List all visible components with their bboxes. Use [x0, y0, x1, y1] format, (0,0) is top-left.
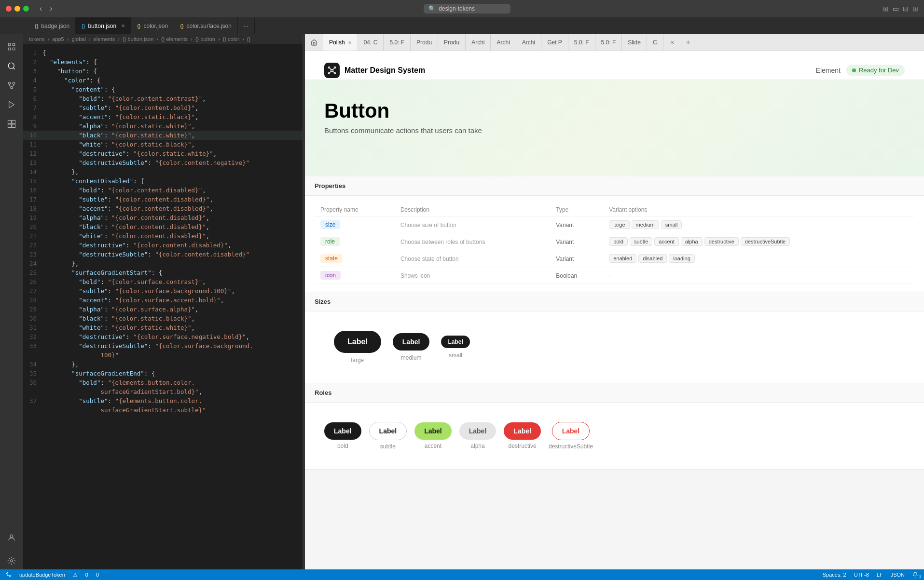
- tab-color-json[interactable]: {} color.json: [131, 17, 174, 34]
- col-type: Type: [550, 203, 603, 216]
- preview-home-icon[interactable]: [305, 34, 323, 51]
- prop-icon-desc: Shows icon: [400, 272, 430, 279]
- button-medium[interactable]: Label: [393, 333, 430, 351]
- source-control-icon: [6, 572, 12, 578]
- spaces-indicator[interactable]: Spaces: 2: [823, 572, 846, 578]
- tab-color-surface-json[interactable]: {} color.surface.json: [174, 17, 238, 34]
- code-line: 2 "elements": {: [23, 57, 303, 67]
- preview-tab-archi2[interactable]: Archi: [491, 34, 516, 51]
- line-ending-indicator[interactable]: LF: [877, 572, 883, 578]
- branch-name[interactable]: updateBadgeToken: [19, 572, 65, 578]
- svg-point-23: [10, 576, 11, 577]
- main-layout: 1 tokens › app5 › global › elements › {}…: [0, 34, 924, 569]
- sidebar-source-control[interactable]: [3, 77, 20, 94]
- code-editor[interactable]: 1{ 2 "elements": { 3 "button": { 4 "colo…: [23, 44, 303, 569]
- encoding-indicator[interactable]: UTF-8: [854, 572, 869, 578]
- language-indicator[interactable]: JSON: [891, 572, 905, 578]
- properties-section-header: Properties: [305, 176, 924, 196]
- fullscreen-button[interactable]: [23, 6, 29, 12]
- preview-tab-getp[interactable]: Get P: [541, 34, 568, 51]
- sidebar-search[interactable]: [3, 57, 20, 75]
- prop-icon-badge: icon: [320, 271, 341, 280]
- code-line: 21 "white": "{color.content.disabled}",: [23, 231, 303, 241]
- sidebar-run[interactable]: [3, 96, 20, 113]
- preview-tab-50f1[interactable]: 5.0: F: [384, 34, 411, 51]
- button-subtle[interactable]: Label: [369, 422, 407, 440]
- preview-panel: Polish ✕ 04. C 5.0: F Produ Produ Archi …: [305, 34, 924, 569]
- preview-tab-polish[interactable]: Polish ✕: [323, 34, 358, 51]
- hero-section: Button Buttons communicate actions that …: [305, 80, 924, 176]
- layout-icon-4[interactable]: ⊞: [912, 5, 918, 13]
- button-large[interactable]: Label: [334, 331, 381, 353]
- minimize-button[interactable]: [14, 6, 20, 12]
- code-line: 11 "white": "{color.static.black}",: [23, 140, 303, 149]
- variant-chip: accent: [654, 237, 678, 246]
- preview-content[interactable]: Matter Design System Element Ready for D…: [305, 51, 924, 569]
- layout-icon-2[interactable]: ▭: [893, 5, 899, 13]
- variant-chip: subtle: [630, 237, 652, 246]
- code-line: 13 "destructiveSubtle": "{color.content.…: [23, 158, 303, 167]
- preview-tab-50f2[interactable]: 5.0: F: [568, 34, 595, 51]
- button-bold[interactable]: Label: [324, 422, 361, 440]
- code-line: 33 "destructiveSubtle": "{color.surface.…: [23, 341, 303, 351]
- preview-tab-slide[interactable]: Slide: [622, 34, 647, 51]
- tab-badge-json[interactable]: {} badge.json: [29, 17, 76, 34]
- code-line: 35 "surfaceGradientEnd": {: [23, 369, 303, 378]
- preview-tab-produ1[interactable]: Produ: [411, 34, 438, 51]
- code-line: 37 "subtle": "{elements.button.color.: [23, 396, 303, 405]
- sidebar-settings[interactable]: 1: [3, 552, 20, 569]
- preview-tab-c[interactable]: C: [647, 34, 663, 51]
- prop-icon-type: Boolean: [556, 272, 577, 279]
- role-label-destructive-subtle: destructiveSubtle: [549, 443, 593, 450]
- bell-icon[interactable]: [912, 572, 918, 578]
- sidebar-extensions[interactable]: [3, 115, 20, 133]
- layout-icon-3[interactable]: ⊟: [903, 5, 909, 13]
- tab-more[interactable]: ···: [238, 17, 255, 34]
- close-button[interactable]: [6, 6, 12, 12]
- back-button[interactable]: ‹: [37, 3, 45, 14]
- button-accent[interactable]: Label: [414, 422, 452, 440]
- button-alpha[interactable]: Label: [459, 422, 496, 440]
- preview-tab-close-all[interactable]: [663, 34, 681, 51]
- tab-close-icon[interactable]: ✕: [348, 40, 352, 45]
- preview-tab-produ2[interactable]: Produ: [438, 34, 466, 51]
- json-icon: {}: [82, 23, 85, 29]
- svg-line-19: [333, 68, 334, 69]
- svg-point-0: [8, 63, 14, 68]
- prop-role-variants: bold subtle accent alpha destructive des…: [609, 237, 909, 246]
- col-variant-options: Variant options: [603, 203, 914, 216]
- role-label-destructive: destructive: [509, 443, 537, 449]
- preview-tab-label: 5.0: F: [574, 39, 589, 46]
- tab-label: color.surface.json: [187, 23, 232, 29]
- tab-button-json[interactable]: {} button.json ✕: [76, 17, 131, 34]
- element-label: Element: [816, 67, 841, 74]
- size-label-medium: medium: [401, 354, 422, 361]
- forward-button[interactable]: ›: [47, 3, 55, 14]
- preview-tab-label: 5.0: F: [389, 39, 404, 46]
- prop-size-type: Variant: [556, 222, 574, 229]
- preview-tab-04c[interactable]: 04. C: [358, 34, 384, 51]
- button-destructive-subtle[interactable]: Label: [552, 422, 590, 440]
- add-tab-button[interactable]: +: [681, 34, 695, 51]
- roles-section: Roles Label bold Label subtle Label acce…: [305, 383, 924, 470]
- preview-tab-label: Archi: [522, 39, 535, 46]
- table-row: icon Shows icon Boolean -: [315, 267, 914, 284]
- code-line: 25 "surfaceGradientStart": {: [23, 268, 303, 277]
- preview-tab-archi3[interactable]: Archi: [516, 34, 541, 51]
- tab-close-icon[interactable]: ✕: [121, 23, 125, 28]
- preview-tab-50f3[interactable]: 5.0: F: [595, 34, 622, 51]
- button-small[interactable]: Label: [441, 336, 469, 348]
- sidebar-explorer[interactable]: [3, 38, 20, 55]
- preview-tab-archi1[interactable]: Archi: [466, 34, 491, 51]
- svg-point-15: [334, 67, 336, 68]
- layout-icon-1[interactable]: ⊞: [883, 5, 889, 13]
- search-bar[interactable]: 🔍 design-tokens: [424, 4, 510, 13]
- size-item-medium: Label medium: [393, 333, 430, 361]
- sidebar-account[interactable]: [3, 529, 20, 546]
- code-line: 12 "destructive": "{color.static.white}"…: [23, 149, 303, 158]
- prop-size-variants: large medium small: [609, 220, 909, 229]
- properties-section-title: Properties: [315, 182, 345, 189]
- button-destructive[interactable]: Label: [504, 422, 541, 440]
- role-label-bold: bold: [337, 443, 348, 449]
- code-line: 3 "button": {: [23, 67, 303, 76]
